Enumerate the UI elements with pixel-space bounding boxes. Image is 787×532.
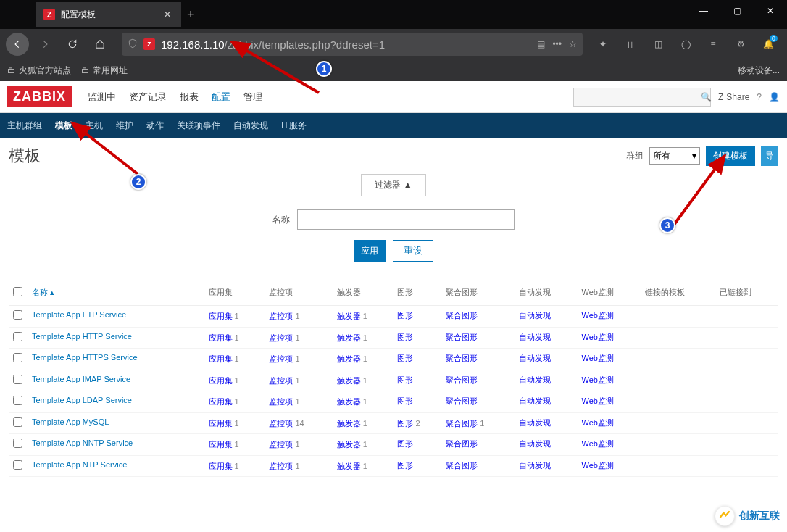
discovery-link[interactable]: 自动发现 (519, 461, 551, 470)
template-name-link[interactable]: Template App HTTP Service (32, 332, 132, 341)
nav-configuration[interactable]: 配置 (212, 91, 230, 104)
share-button[interactable]: ZShare (718, 92, 749, 102)
subnav-maintenance[interactable]: 维护 (116, 120, 133, 132)
web-link[interactable]: Web监测 (582, 461, 614, 470)
apps-link[interactable]: 应用集 (209, 354, 233, 363)
nav-inventory[interactable]: 资产记录 (129, 91, 167, 104)
discovery-link[interactable]: 自动发现 (519, 418, 551, 427)
graphs-link[interactable]: 图形 (397, 375, 413, 384)
web-link[interactable]: Web监测 (582, 375, 614, 384)
graphs-link[interactable]: 图形 (397, 354, 413, 362)
web-link[interactable]: Web监测 (582, 333, 614, 341)
discovery-link[interactable]: 自动发现 (519, 333, 551, 341)
menu-icon[interactable]: ≡ (703, 34, 723, 54)
select-all-checkbox[interactable] (13, 287, 22, 296)
items-link[interactable]: 监控项 (269, 440, 293, 449)
user-icon[interactable]: 👤 (769, 92, 780, 102)
row-checkbox[interactable] (13, 439, 22, 448)
template-name-link[interactable]: Template App MySQL (32, 417, 109, 426)
subnav-correlation[interactable]: 关联项事件 (177, 120, 220, 132)
home-button[interactable] (88, 33, 112, 56)
close-window-button[interactable]: ✕ (754, 0, 787, 22)
triggers-link[interactable]: 触发器 (337, 419, 361, 428)
row-checkbox[interactable] (13, 460, 22, 470)
apps-link[interactable]: 应用集 (209, 419, 233, 428)
search-icon[interactable]: 🔍 (701, 92, 712, 102)
graphs-link[interactable]: 图形 (397, 439, 413, 448)
web-link[interactable]: Web监测 (582, 396, 614, 405)
triggers-link[interactable]: 触发器 (337, 333, 361, 342)
filter-apply-button[interactable]: 应用 (354, 240, 386, 262)
triggers-link[interactable]: 触发器 (337, 440, 361, 449)
subnav-actions[interactable]: 动作 (146, 120, 164, 132)
filter-toggle[interactable]: 过滤器 ▲ (361, 174, 425, 196)
row-checkbox[interactable] (13, 396, 22, 405)
row-checkbox[interactable] (13, 353, 22, 362)
template-name-link[interactable]: Template App IMAP Service (32, 375, 130, 383)
graphs-link[interactable]: 图形 (397, 311, 413, 320)
screens-link[interactable]: 聚合图形 (446, 375, 478, 384)
bookmark-common[interactable]: 🗀常用网址 (81, 65, 128, 77)
subnav-discovery[interactable]: 自动发现 (233, 120, 268, 132)
apps-link[interactable]: 应用集 (209, 440, 233, 449)
reader-icon[interactable]: ▤ (537, 39, 545, 49)
graphs-link[interactable]: 图形 (397, 396, 413, 405)
row-checkbox[interactable] (13, 310, 22, 320)
nav-admin[interactable]: 管理 (243, 91, 262, 104)
nav-monitoring[interactable]: 监测中 (88, 91, 116, 104)
web-link[interactable]: Web监测 (582, 418, 614, 427)
col-name[interactable]: 名称 ▴ (32, 288, 54, 296)
bookmark-firefox[interactable]: 🗀火狐官方站点 (7, 65, 71, 77)
library-icon[interactable]: ⫼ (620, 34, 641, 54)
gear-icon[interactable]: ⚙ (730, 34, 751, 54)
maximize-button[interactable]: ▢ (720, 0, 754, 22)
apps-link[interactable]: 应用集 (209, 312, 233, 320)
screens-link[interactable]: 聚合图形 (446, 333, 478, 341)
bookmark-star-icon[interactable]: ☆ (569, 39, 577, 49)
forward-button[interactable] (33, 33, 57, 56)
screens-link[interactable]: 聚合图形 (446, 439, 478, 448)
items-link[interactable]: 监控项 (269, 397, 293, 406)
triggers-link[interactable]: 触发器 (337, 397, 361, 406)
template-name-link[interactable]: Template App LDAP Service (32, 396, 132, 404)
triggers-link[interactable]: 触发器 (337, 312, 361, 320)
subnav-itservices[interactable]: IT服务 (281, 120, 307, 132)
subnav-templates[interactable]: 模板 (55, 120, 72, 132)
browser-tab[interactable]: Z 配置模板 ✕ (36, 2, 181, 27)
items-link[interactable]: 监控项 (269, 462, 293, 470)
web-link[interactable]: Web监测 (582, 354, 614, 362)
template-name-link[interactable]: Template App HTTPS Service (32, 353, 138, 362)
graphs-link[interactable]: 图形 (397, 419, 413, 428)
filter-name-input[interactable] (297, 209, 515, 230)
subnav-hostgroups[interactable]: 主机群组 (7, 120, 42, 132)
more-icon[interactable]: ••• (552, 39, 562, 49)
search-input[interactable] (578, 91, 701, 102)
extensions-icon[interactable]: ✦ (593, 34, 613, 54)
discovery-link[interactable]: 自动发现 (519, 396, 551, 405)
nav-reports[interactable]: 报表 (180, 91, 199, 104)
graphs-link[interactable]: 图形 (397, 461, 413, 470)
graphs-link[interactable]: 图形 (397, 333, 413, 341)
discovery-link[interactable]: 自动发现 (519, 375, 551, 384)
url-bar[interactable]: Z 192.168.1.10/zabbix/templates.php?ddre… (122, 33, 583, 56)
template-name-link[interactable]: Template App FTP Service (32, 310, 126, 319)
items-link[interactable]: 监控项 (269, 419, 293, 428)
apps-link[interactable]: 应用集 (209, 376, 233, 385)
triggers-link[interactable]: 触发器 (337, 462, 361, 470)
items-link[interactable]: 监控项 (269, 312, 293, 320)
notifications-icon[interactable]: 🔔0 (758, 34, 778, 54)
row-checkbox[interactable] (13, 332, 22, 341)
items-link[interactable]: 监控项 (269, 354, 293, 363)
screens-link[interactable]: 聚合图形 (446, 354, 478, 362)
row-checkbox[interactable] (13, 417, 22, 427)
subnav-hosts[interactable]: 主机 (86, 120, 103, 132)
apps-link[interactable]: 应用集 (209, 397, 233, 406)
triggers-link[interactable]: 触发器 (337, 354, 361, 363)
items-link[interactable]: 监控项 (269, 376, 293, 385)
items-link[interactable]: 监控项 (269, 333, 293, 342)
screens-link[interactable]: 聚合图形 (446, 461, 478, 470)
web-link[interactable]: Web监测 (582, 311, 614, 320)
discovery-link[interactable]: 自动发现 (519, 439, 551, 448)
screens-link[interactable]: 聚合图形 (446, 311, 478, 320)
discovery-link[interactable]: 自动发现 (519, 311, 551, 320)
